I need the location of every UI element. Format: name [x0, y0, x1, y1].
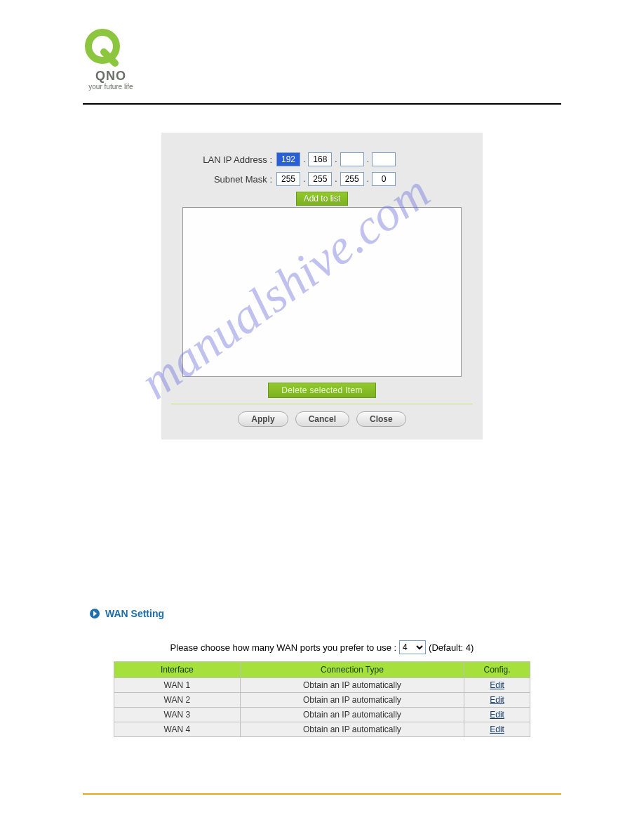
wan-choose-label: Please choose how many WAN ports you pre… — [170, 642, 397, 653]
cell-config: Edit — [464, 722, 530, 737]
brand-name: QNO — [95, 69, 126, 84]
dot-icon: . — [302, 174, 307, 184]
edit-link[interactable]: Edit — [490, 710, 504, 720]
cell-config: Edit — [464, 678, 530, 693]
lan-ip-label: LAN IP Address : — [171, 154, 276, 165]
dot-icon: . — [365, 154, 370, 164]
cell-connection-type: Obtain an IP automatically — [240, 693, 464, 708]
table-row: WAN 3Obtain an IP automaticallyEdit — [114, 708, 530, 722]
apply-button[interactable]: Apply — [238, 411, 288, 427]
ip-list-box[interactable] — [182, 207, 462, 377]
cell-config: Edit — [464, 693, 530, 708]
subnet-mask-label: Subnet Mask : — [171, 174, 276, 185]
header-divider — [83, 103, 561, 105]
dot-icon: . — [333, 174, 338, 184]
footer-divider — [83, 793, 561, 795]
dot-icon: . — [365, 174, 370, 184]
logo-q-icon — [83, 28, 122, 67]
brand-tagline: your future life — [88, 83, 133, 91]
cell-interface: WAN 4 — [114, 722, 241, 737]
wan-setting-title: WAN Setting — [105, 608, 164, 619]
lan-ip-octet-4[interactable] — [372, 152, 396, 166]
cell-interface: WAN 3 — [114, 708, 241, 722]
cell-connection-type: Obtain an IP automatically — [240, 678, 464, 693]
edit-link[interactable]: Edit — [490, 724, 504, 734]
wan-choose-default: (Default: 4) — [429, 642, 474, 653]
lan-ip-octet-3[interactable] — [340, 152, 364, 166]
edit-link[interactable]: Edit — [490, 695, 504, 705]
brand-logo-block: QNO your future life — [83, 28, 644, 91]
dot-icon: . — [302, 154, 307, 164]
lan-ip-octet-2[interactable] — [308, 152, 332, 166]
table-row: WAN 2Obtain an IP automaticallyEdit — [114, 693, 530, 708]
lan-config-panel: LAN IP Address : . . . Subnet Mask : . — [161, 133, 483, 439]
add-to-list-button[interactable]: Add to list — [296, 192, 349, 206]
lan-ip-octet-1[interactable] — [276, 152, 300, 166]
mask-octet-3[interactable] — [340, 172, 364, 186]
wan-table: Interface Connection Type Config. WAN 1O… — [114, 661, 530, 737]
arrow-right-icon — [90, 609, 100, 618]
mask-octet-1[interactable] — [276, 172, 300, 186]
dot-icon: . — [333, 154, 338, 164]
mask-octet-2[interactable] — [308, 172, 332, 186]
col-config: Config. — [464, 662, 530, 678]
edit-link[interactable]: Edit — [490, 680, 504, 690]
cell-config: Edit — [464, 708, 530, 722]
cancel-button[interactable]: Cancel — [295, 411, 349, 427]
cell-interface: WAN 2 — [114, 693, 241, 708]
wan-port-count-select[interactable]: 4 — [399, 640, 426, 654]
cell-interface: WAN 1 — [114, 678, 241, 693]
panel-divider — [171, 404, 473, 404]
table-row: WAN 1Obtain an IP automaticallyEdit — [114, 678, 530, 693]
cell-connection-type: Obtain an IP automatically — [240, 722, 464, 737]
col-connection-type: Connection Type — [240, 662, 464, 678]
delete-selected-button[interactable]: Delete selected Item — [268, 383, 375, 398]
close-button[interactable]: Close — [356, 411, 406, 427]
cell-connection-type: Obtain an IP automatically — [240, 708, 464, 722]
table-row: WAN 4Obtain an IP automaticallyEdit — [114, 722, 530, 737]
mask-octet-4[interactable] — [372, 172, 396, 186]
col-interface: Interface — [114, 662, 241, 678]
